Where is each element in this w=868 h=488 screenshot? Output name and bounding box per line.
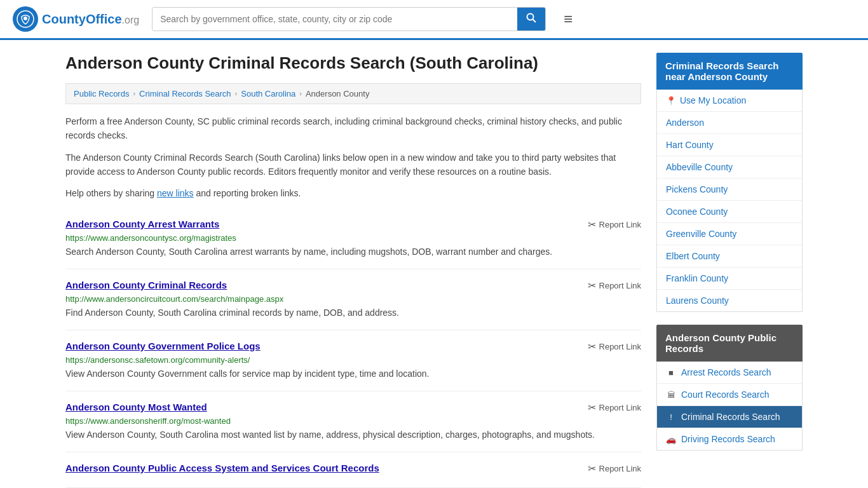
- description-3-suffix: and reporting broken links.: [194, 188, 301, 198]
- sidebar-nearby-list: 📍 Use My Location Anderson Hart County A…: [656, 90, 803, 312]
- sidebar-use-location[interactable]: 📍 Use My Location: [657, 90, 802, 112]
- sidebar: Criminal Records Search near Anderson Co…: [656, 53, 803, 488]
- record-desc: View Anderson County Government calls fo…: [65, 367, 641, 381]
- record-title[interactable]: Anderson County Most Wanted: [65, 402, 207, 412]
- report-link-label: Report Link: [599, 403, 641, 412]
- use-my-location-link[interactable]: Use My Location: [680, 95, 746, 105]
- breadcrumb: Public Records › Criminal Records Search…: [65, 83, 641, 104]
- court-records-icon: 🏛: [666, 390, 676, 400]
- scissors-icon: ✂: [588, 402, 596, 414]
- menu-button[interactable]: ≡: [559, 8, 578, 30]
- description-2: The Anderson County Criminal Records Sea…: [65, 151, 641, 179]
- record-url: https://andersonsc.safetown.org/communit…: [65, 355, 641, 365]
- sidebar-criminal-records[interactable]: ! Criminal Records Search: [657, 406, 802, 428]
- sidebar-driving-records[interactable]: 🚗 Driving Records Search: [657, 428, 802, 450]
- sidebar-item-greenville-county[interactable]: Greenville County: [657, 223, 802, 245]
- sidebar-public-records-title: Anderson County Public Records: [656, 325, 803, 362]
- logo-text: CountyOffice.org: [42, 12, 139, 27]
- sidebar-public-records-list: ■ Arrest Records Search 🏛 Court Records …: [656, 362, 803, 451]
- breadcrumb-criminal-records-search[interactable]: Criminal Records Search: [139, 89, 231, 98]
- record-title[interactable]: Anderson County Criminal Records: [65, 280, 227, 290]
- search-input[interactable]: [153, 8, 517, 30]
- svg-line-3: [533, 20, 536, 23]
- description-3-prefix: Help others by sharing: [65, 188, 157, 198]
- report-link[interactable]: ✂ Report Link: [588, 280, 641, 292]
- main-container: Anderson County Criminal Records Search …: [53, 40, 815, 488]
- report-link[interactable]: ✂ Report Link: [588, 402, 641, 414]
- record-header: Anderson County Arrest Warrants ✂ Report…: [65, 219, 641, 231]
- sidebar-court-records[interactable]: 🏛 Court Records Search: [657, 384, 802, 406]
- search-bar: [152, 7, 546, 31]
- sidebar-item-anderson[interactable]: Anderson: [657, 112, 802, 134]
- record-header: Anderson County Public Access System and…: [65, 463, 641, 475]
- record-desc: Find Anderson County, South Carolina cri…: [65, 306, 641, 320]
- record-title[interactable]: Anderson County Arrest Warrants: [65, 219, 219, 229]
- logo-icon: [13, 6, 38, 32]
- record-header: Anderson County Government Police Logs ✂…: [65, 341, 641, 353]
- record-header: Anderson County Most Wanted ✂ Report Lin…: [65, 402, 641, 414]
- records-list: Anderson County Arrest Warrants ✂ Report…: [65, 208, 641, 488]
- record-title[interactable]: Anderson County Government Police Logs: [65, 341, 261, 351]
- breadcrumb-sep-3: ›: [299, 90, 302, 97]
- location-icon: 📍: [666, 96, 676, 105]
- breadcrumb-sep-1: ›: [133, 90, 135, 97]
- breadcrumb-anderson-county: Anderson County: [306, 89, 369, 98]
- report-link-label: Report Link: [599, 281, 641, 290]
- arrest-records-link[interactable]: Arrest Records Search: [681, 367, 771, 377]
- record-title[interactable]: Anderson County Public Access System and…: [65, 463, 379, 473]
- scissors-icon: ✂: [588, 463, 596, 475]
- record-item: Anderson County Government Police Logs ✂…: [65, 330, 641, 391]
- description-1: Perform a free Anderson County, SC publi…: [65, 114, 641, 143]
- driving-records-link[interactable]: Driving Records Search: [681, 434, 775, 444]
- criminal-records-link[interactable]: Criminal Records Search: [681, 412, 780, 422]
- new-links-link[interactable]: new links: [157, 188, 194, 198]
- description-3: Help others by sharing new links and rep…: [65, 186, 641, 200]
- record-desc: View Anderson County, South Carolina mos…: [65, 428, 641, 442]
- record-url: https://www.andersoncountysc.org/magistr…: [65, 233, 641, 243]
- report-link-label: Report Link: [599, 220, 641, 229]
- report-link-label: Report Link: [599, 342, 641, 351]
- record-header: Anderson County Criminal Records ✂ Repor…: [65, 280, 641, 292]
- record-item: Anderson County Arrest Warrants ✂ Report…: [65, 208, 641, 269]
- sidebar-item-abbeville-county[interactable]: Abbeville County: [657, 156, 802, 179]
- sidebar-item-laurens-county[interactable]: Laurens County: [657, 290, 802, 311]
- driving-records-icon: 🚗: [666, 435, 676, 444]
- sidebar-nearby-title: Criminal Records Search near Anderson Co…: [656, 53, 803, 90]
- page-title: Anderson County Criminal Records Search …: [65, 53, 641, 74]
- record-url: https://www.andersonsheriff.org/most-wan…: [65, 416, 641, 426]
- record-desc: Search Anderson County, South Carolina a…: [65, 245, 641, 259]
- breadcrumb-south-carolina[interactable]: South Carolina: [241, 89, 295, 98]
- sidebar-item-pickens-county[interactable]: Pickens County: [657, 179, 802, 201]
- scissors-icon: ✂: [588, 280, 596, 292]
- sidebar-item-hart-county[interactable]: Hart County: [657, 134, 802, 156]
- arrest-records-icon: ■: [666, 368, 676, 377]
- report-link-label: Report Link: [599, 464, 641, 473]
- court-records-link[interactable]: Court Records Search: [681, 390, 770, 400]
- record-url: http://www.andersoncircuitcourt.com/sear…: [65, 294, 641, 304]
- record-item: Anderson County Public Access System and…: [65, 452, 641, 488]
- logo[interactable]: CountyOffice.org: [13, 6, 139, 32]
- report-link[interactable]: ✂ Report Link: [588, 463, 641, 475]
- header: CountyOffice.org ≡: [0, 0, 868, 40]
- criminal-records-icon: !: [666, 412, 676, 422]
- sidebar-arrest-records[interactable]: ■ Arrest Records Search: [657, 362, 802, 384]
- search-button[interactable]: [517, 8, 545, 30]
- scissors-icon: ✂: [588, 219, 596, 231]
- sidebar-item-franklin-county[interactable]: Franklin County: [657, 268, 802, 290]
- svg-point-2: [527, 14, 534, 20]
- svg-point-1: [24, 17, 27, 20]
- content-area: Anderson County Criminal Records Search …: [65, 53, 641, 488]
- breadcrumb-public-records[interactable]: Public Records: [74, 89, 129, 98]
- scissors-icon: ✂: [588, 341, 596, 353]
- breadcrumb-sep-2: ›: [235, 90, 238, 97]
- report-link[interactable]: ✂ Report Link: [588, 341, 641, 353]
- report-link[interactable]: ✂ Report Link: [588, 219, 641, 231]
- record-item: Anderson County Criminal Records ✂ Repor…: [65, 269, 641, 330]
- record-item: Anderson County Most Wanted ✂ Report Lin…: [65, 391, 641, 452]
- sidebar-item-elbert-county[interactable]: Elbert County: [657, 245, 802, 268]
- sidebar-item-oconee-county[interactable]: Oconee County: [657, 201, 802, 223]
